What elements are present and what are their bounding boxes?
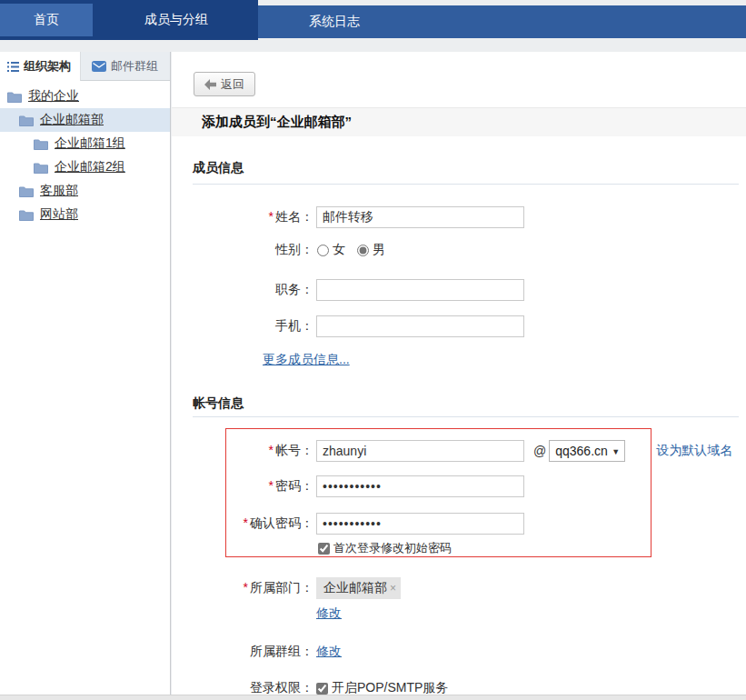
org-tree: 我的企业 企业邮箱部 企业邮箱1组 企业邮箱2组 客服部 网站部 — [0, 81, 170, 226]
department-row: *所属部门： 企业邮箱部 × — [172, 577, 401, 599]
job-input[interactable] — [316, 279, 524, 301]
nav-tab-system-log[interactable]: 系统日志 — [258, 5, 411, 38]
sidebar-tab-org-structure[interactable]: 组织架构 — [0, 52, 80, 81]
required-mark: * — [269, 478, 274, 493]
tree-item-label: 企业邮箱1组 — [55, 135, 125, 152]
remove-tag-icon[interactable]: × — [390, 582, 396, 595]
required-mark: * — [244, 515, 248, 530]
gender-male-radio[interactable] — [357, 245, 369, 256]
folder-icon — [19, 115, 34, 126]
password-label: *密码： — [172, 478, 313, 495]
account-input[interactable] — [316, 440, 524, 462]
sidebar-tab-mail-groups[interactable]: 邮件群组 — [80, 52, 170, 81]
org-list-icon — [7, 62, 19, 72]
nav-tab-members-groups-label: 成员与分组 — [144, 12, 208, 28]
folder-icon — [34, 162, 48, 174]
tree-item-label: 企业邮箱部 — [40, 112, 104, 128]
required-mark: * — [269, 443, 274, 457]
pop-smtp-checkbox[interactable] — [316, 683, 328, 695]
nav-tab-members-groups[interactable]: 成员与分组 — [94, 0, 258, 40]
first-login-label: 首次登录修改初始密码 — [333, 540, 452, 556]
tree-item-label: 客服部 — [40, 183, 78, 199]
tree-item-label: 我的企业 — [28, 88, 79, 105]
gender-male-label: 男 — [373, 242, 385, 258]
nav-tab-home[interactable]: 首页 — [0, 4, 93, 36]
back-arrow-icon — [204, 79, 216, 90]
bottom-strip — [0, 695, 746, 700]
tree-item-label: 企业邮箱2组 — [55, 159, 125, 175]
folder-icon — [34, 138, 48, 150]
modify-group-link[interactable]: 修改 — [316, 644, 342, 660]
tree-item-mailbox-group2[interactable]: 企业邮箱2组 — [0, 155, 170, 179]
first-login-checkbox[interactable] — [318, 543, 330, 555]
main-content: 返回 添加成员到“企业邮箱部” 成员信息 *姓名： 性别： 女 男 职务： — [172, 52, 746, 695]
first-login-row: 首次登录修改初始密码 — [318, 539, 452, 557]
tree-item-mailbox-dept[interactable]: 企业邮箱部 — [0, 108, 170, 132]
group-label: 所属群组： — [172, 644, 313, 660]
section-divider — [193, 184, 739, 185]
domain-select-value: qq366.cn — [555, 444, 608, 458]
sidebar: 组织架构 邮件群组 我的企业 企业邮箱部 — [0, 52, 171, 695]
job-label: 职务： — [172, 282, 313, 298]
sidebar-tab-org-structure-label: 组织架构 — [24, 58, 71, 75]
chevron-down-icon: ▼ — [612, 447, 620, 456]
account-info-section-title: 帐号信息 — [193, 395, 244, 412]
at-sign: @ — [533, 444, 546, 458]
tree-item-my-enterprise[interactable]: 我的企业 — [0, 85, 170, 108]
mail-group-icon — [92, 61, 106, 72]
back-button-label: 返回 — [221, 76, 244, 93]
name-row: *姓名： — [172, 206, 524, 228]
nav-tab-system-log-label: 系统日志 — [309, 14, 360, 30]
account-row: *帐号： @ qq366.cn ▼ 设为默认域名 — [172, 440, 732, 462]
tree-item-mailbox-group1[interactable]: 企业邮箱1组 — [0, 132, 170, 155]
group-row: 所属群组： 修改 — [172, 641, 342, 663]
password-row: *密码： — [172, 475, 524, 497]
job-row: 职务： — [172, 279, 524, 301]
folder-icon — [7, 91, 22, 103]
password-input[interactable] — [316, 475, 524, 497]
confirm-password-label: *确认密码： — [172, 515, 313, 532]
section-divider — [193, 416, 739, 417]
folder-icon — [19, 209, 34, 221]
department-tag-label: 企业邮箱部 — [323, 580, 387, 596]
set-default-domain-link[interactable]: 设为默认域名 — [656, 443, 732, 459]
app-window: 首页 成员与分组 系统日志 组织架构 — [0, 0, 746, 700]
tree-item-website-dept[interactable]: 网站部 — [0, 203, 170, 226]
gender-label: 性别： — [172, 242, 313, 258]
gender-female-option[interactable]: 女 — [317, 242, 345, 258]
department-tag: 企业邮箱部 × — [316, 577, 401, 599]
tree-item-customer-service-dept[interactable]: 客服部 — [0, 179, 170, 203]
confirm-password-input[interactable] — [316, 513, 524, 535]
confirm-password-row: *确认密码： — [172, 513, 524, 535]
back-button[interactable]: 返回 — [194, 72, 255, 96]
more-member-info-link[interactable]: 更多成员信息... — [263, 352, 350, 368]
required-mark: * — [244, 580, 248, 595]
name-input[interactable] — [316, 206, 524, 228]
required-mark: * — [269, 209, 274, 224]
department-label: *所属部门： — [172, 580, 313, 596]
mobile-row: 手机： — [172, 315, 524, 337]
page-title: 添加成员到“企业邮箱部” — [202, 114, 352, 131]
member-info-section-title: 成员信息 — [193, 160, 244, 176]
gender-male-option[interactable]: 男 — [357, 242, 385, 258]
sidebar-tabs: 组织架构 邮件群组 — [0, 52, 170, 81]
modify-department-link[interactable]: 修改 — [316, 605, 342, 622]
first-login-option[interactable]: 首次登录修改初始密码 — [318, 540, 452, 556]
domain-select[interactable]: qq366.cn ▼ — [549, 440, 625, 462]
folder-icon — [19, 185, 34, 197]
nav-tab-home-label: 首页 — [34, 12, 59, 28]
account-label: *帐号： — [172, 443, 313, 459]
mobile-label: 手机： — [172, 318, 313, 335]
tree-item-label: 网站部 — [40, 206, 78, 223]
gender-female-radio[interactable] — [317, 245, 329, 256]
gender-female-label: 女 — [333, 242, 345, 258]
name-label: *姓名： — [172, 209, 313, 225]
mobile-input[interactable] — [316, 315, 524, 337]
page-title-strip: 添加成员到“企业邮箱部” — [172, 107, 746, 136]
gender-row: 性别： 女 男 — [172, 239, 385, 261]
sidebar-tab-mail-groups-label: 邮件群组 — [111, 58, 158, 75]
